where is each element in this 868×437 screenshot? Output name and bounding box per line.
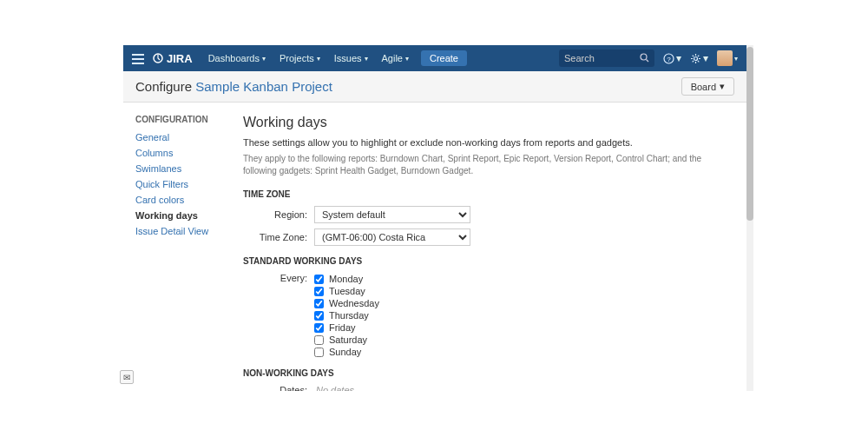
nav-issues[interactable]: Issues▾	[327, 53, 375, 63]
sidebar-item-swimlanes[interactable]: Swimlanes	[135, 161, 227, 176]
svg-point-5	[694, 56, 698, 60]
nonworking-heading: NON-WORKING DAYS	[243, 368, 733, 378]
day-tuesday[interactable]: Tuesday	[314, 285, 379, 297]
day-checkbox-monday[interactable]	[314, 275, 324, 284]
day-sunday[interactable]: Sunday	[314, 346, 379, 358]
avatar[interactable]	[717, 50, 733, 66]
page-title: Configure Sample Kanban Project	[135, 79, 332, 94]
day-label: Tuesday	[329, 286, 365, 296]
svg-point-1	[641, 54, 647, 60]
timezone-heading: TIME ZONE	[243, 189, 733, 199]
day-label: Saturday	[329, 334, 367, 345]
chevron-down-icon: ▾	[703, 52, 708, 64]
gear-icon[interactable]: ▾	[690, 52, 708, 64]
sidebar-item-columns[interactable]: Columns	[135, 145, 227, 161]
board-dropdown[interactable]: Board ▾	[681, 77, 734, 96]
chevron-down-icon: ▾	[262, 55, 266, 63]
search-icon	[640, 53, 649, 64]
intro-text: These settings allow you to highlight or…	[243, 137, 733, 148]
search-placeholder: Search	[564, 53, 595, 63]
region-label: Region:	[243, 209, 314, 220]
sidebar-item-card-colors[interactable]: Card colors	[135, 192, 227, 208]
day-label: Wednesday	[329, 298, 379, 308]
scrollbar[interactable]	[746, 45, 753, 391]
sidebar-item-quick-filters[interactable]: Quick Filters	[135, 176, 227, 192]
day-thursday[interactable]: Thursday	[314, 309, 379, 321]
chevron-down-icon: ▾	[317, 55, 320, 63]
create-button[interactable]: Create	[421, 50, 467, 66]
sidebar-item-issue-detail-view[interactable]: Issue Detail View	[135, 223, 227, 239]
day-label: Friday	[329, 322, 356, 333]
sidebar-item-general[interactable]: General	[135, 129, 227, 145]
day-label: Sunday	[329, 347, 361, 357]
logo-text: JIRA	[167, 52, 193, 65]
chevron-down-icon: ▾	[405, 55, 409, 63]
sidebar-item-working-days[interactable]: Working days	[135, 208, 227, 223]
day-checkbox-thursday[interactable]	[314, 311, 324, 321]
search-input[interactable]: Search	[559, 50, 654, 67]
page-header: Configure Sample Kanban Project Board ▾	[123, 71, 746, 103]
svg-line-2	[647, 59, 649, 62]
chevron-down-icon: ▾	[676, 52, 681, 64]
day-checkbox-friday[interactable]	[314, 323, 324, 333]
chevron-down-icon: ▾	[720, 81, 725, 92]
nav-projects[interactable]: Projects▾	[273, 53, 327, 63]
day-label: Thursday	[329, 310, 369, 321]
nav-dashboards[interactable]: Dashboards▾	[201, 53, 273, 63]
svg-text:?: ?	[667, 55, 671, 63]
every-label: Every:	[243, 273, 314, 283]
dates-value: No dates	[316, 385, 354, 391]
day-checkbox-sunday[interactable]	[314, 348, 324, 357]
day-friday[interactable]: Friday	[314, 321, 379, 334]
dates-label: Dates:	[243, 385, 314, 391]
region-select[interactable]: System default	[314, 206, 470, 223]
nav-agile[interactable]: Agile▾	[375, 53, 416, 63]
section-title: Working days	[243, 115, 733, 130]
day-monday[interactable]: Monday	[314, 273, 379, 285]
help-icon[interactable]: ? ▾	[663, 52, 681, 64]
days-group: MondayTuesdayWednesdayThursdayFridaySatu…	[314, 273, 379, 358]
day-checkbox-tuesday[interactable]	[314, 287, 324, 296]
menu-icon[interactable]	[132, 52, 148, 64]
day-checkbox-saturday[interactable]	[314, 335, 324, 345]
standard-days-heading: STANDARD WORKING DAYS	[243, 256, 733, 266]
day-saturday[interactable]: Saturday	[314, 334, 379, 346]
jira-logo[interactable]: JIRA	[153, 52, 193, 65]
top-navbar: JIRA Dashboards▾ Projects▾ Issues▾ Agile…	[123, 45, 746, 71]
subintro-text: They apply to the following reports: Bur…	[243, 153, 733, 177]
scrollbar-thumb[interactable]	[746, 47, 753, 221]
day-wednesday[interactable]: Wednesday	[314, 297, 379, 309]
project-link[interactable]: Sample Kanban Project	[195, 79, 332, 94]
timezone-label: Time Zone:	[243, 232, 314, 242]
day-label: Monday	[329, 274, 363, 284]
chevron-down-icon: ▾	[734, 55, 738, 63]
main-panel: Working days These settings allow you to…	[236, 103, 746, 391]
sidebar-heading: CONFIGURATION	[135, 115, 227, 124]
chevron-down-icon: ▾	[365, 55, 368, 63]
feedback-icon[interactable]: ✉	[120, 370, 134, 384]
config-sidebar: CONFIGURATION GeneralColumnsSwimlanesQui…	[123, 103, 236, 391]
day-checkbox-wednesday[interactable]	[314, 299, 324, 308]
timezone-select[interactable]: (GMT-06:00) Costa Rica	[314, 228, 470, 246]
